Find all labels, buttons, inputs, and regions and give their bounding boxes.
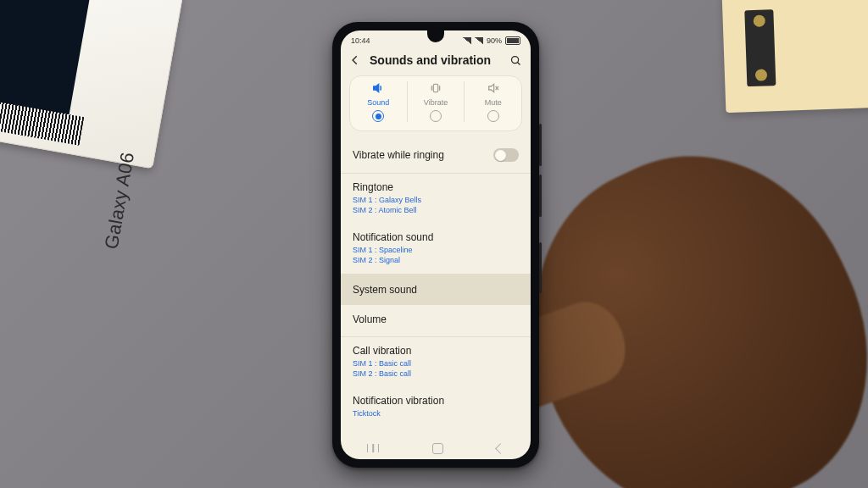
- volume-row[interactable]: Volume: [341, 305, 531, 333]
- row-subtitle: Ticktock: [353, 408, 519, 419]
- signal-icon: [475, 37, 483, 44]
- mode-vibrate[interactable]: Vibrate: [408, 81, 465, 122]
- radio-icon: [487, 110, 499, 122]
- row-title: Notification sound: [353, 231, 519, 243]
- signal-icon: [463, 37, 471, 44]
- clock: 10:44: [351, 36, 370, 45]
- notification-vibration-row[interactable]: Notification vibration Ticktock: [341, 386, 531, 426]
- hinge: [744, 9, 776, 86]
- call-vibration-row[interactable]: Call vibration SIM 1 : Basic callSIM 2 :…: [341, 336, 531, 386]
- row-subtitle: SIM 1 : SpacelineSIM 2 : Signal: [353, 245, 519, 265]
- wooden-block: [722, 0, 868, 113]
- mute-icon: [487, 81, 500, 95]
- page-title: Sounds and vibration: [370, 53, 501, 67]
- battery-icon: [505, 36, 520, 45]
- page-header: Sounds and vibration: [341, 48, 531, 75]
- vibrate-icon: [429, 81, 442, 95]
- ringtone-row[interactable]: Ringtone SIM 1 : Galaxy BellsSIM 2 : Ato…: [341, 173, 531, 223]
- mode-label: Sound: [367, 98, 389, 107]
- row-title: Volume: [353, 313, 519, 325]
- nav-bar: [341, 437, 531, 459]
- battery-pct: 90%: [487, 36, 502, 45]
- sound-mode-group: Sound Vibrate Mute: [349, 75, 522, 131]
- phone-body: 10:44 90% Sounds and vibration: [332, 22, 539, 468]
- nav-home-button[interactable]: [432, 443, 443, 454]
- search-button[interactable]: [509, 54, 522, 67]
- row-title: Ringtone: [353, 181, 519, 193]
- back-button[interactable]: [349, 54, 361, 66]
- mode-label: Vibrate: [424, 98, 448, 107]
- mode-mute[interactable]: Mute: [465, 81, 521, 122]
- system-sound-row[interactable]: System sound: [341, 274, 531, 305]
- row-subtitle: SIM 1 : Basic callSIM 2 : Basic call: [353, 358, 519, 379]
- notification-sound-row[interactable]: Notification sound SIM 1 : SpacelineSIM …: [341, 223, 531, 273]
- mode-sound[interactable]: Sound: [350, 81, 408, 122]
- nav-back-button[interactable]: [495, 443, 506, 454]
- vol-up-button[interactable]: [539, 124, 542, 166]
- sound-icon: [371, 81, 385, 95]
- svg-point-0: [512, 56, 519, 63]
- mode-label: Mute: [485, 98, 502, 107]
- product-box: Galaxy A06: [0, 0, 183, 169]
- row-title: Notification vibration: [353, 395, 519, 407]
- toggle-switch[interactable]: [493, 148, 519, 162]
- row-title: Vibrate while ringing: [353, 149, 444, 161]
- radio-icon: [372, 110, 384, 122]
- phone-screen: 10:44 90% Sounds and vibration: [341, 30, 531, 459]
- vibrate-while-ringing-row[interactable]: Vibrate while ringing: [341, 140, 531, 169]
- row-subtitle: SIM 1 : Galaxy BellsSIM 2 : Atomic Bell: [353, 195, 519, 215]
- power-button[interactable]: [539, 242, 542, 293]
- desk-scene: Galaxy A06 10:44 90%: [0, 0, 868, 488]
- vol-down-button[interactable]: [539, 175, 542, 217]
- svg-rect-1: [433, 84, 437, 92]
- nav-recent-button[interactable]: [367, 444, 379, 452]
- row-title: System sound: [353, 284, 519, 296]
- radio-icon: [430, 110, 442, 122]
- row-title: Call vibration: [353, 345, 519, 357]
- box-label: Galaxy A06: [101, 151, 140, 251]
